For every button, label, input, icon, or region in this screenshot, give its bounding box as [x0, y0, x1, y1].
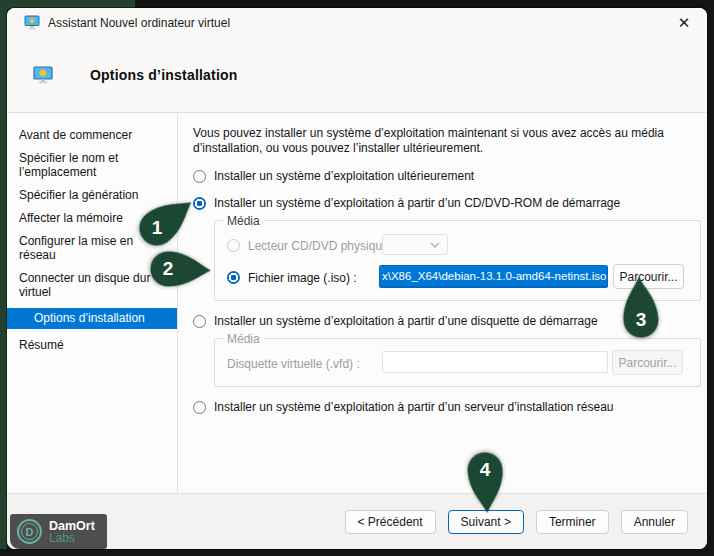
sidebar-item-options-installation: Options d’installation [7, 308, 177, 329]
physical-drive-row: Lecteur CD/DVD physique : [227, 234, 692, 257]
physical-drive-label: Lecteur CD/DVD physique : [248, 239, 395, 253]
desktop-background [0, 0, 7, 549]
sidebar-item-memoire: Affecter la mémoire [7, 211, 177, 225]
watermark-name: DamOrt [49, 520, 95, 532]
radio-disabled-icon [227, 239, 240, 252]
browse-iso-button[interactable]: Parcourir... [613, 264, 684, 289]
media-group-cd: Média Lecteur CD/DVD physique : Fichier … [214, 220, 701, 301]
iso-path-selected-text: x\X86_X64\debian-13.1.0-amd64-netinst.is… [380, 266, 608, 286]
sidebar-item-avant-de-commencer: Avant de commencer [7, 128, 177, 142]
sidebar-item-resume: Résumé [7, 338, 177, 352]
option-install-from-network[interactable]: Installer un système d’exploitation à pa… [193, 400, 701, 414]
close-icon[interactable]: ✕ [669, 10, 699, 36]
option-install-from-floppy[interactable]: Installer un système d’exploitation à pa… [193, 314, 701, 328]
option-label: Installer un système d’exploitation ulté… [214, 169, 474, 183]
browse-floppy-button: Parcourir... [612, 350, 683, 375]
media-group-label: Média [223, 214, 264, 228]
wizard-dialog: Assistant Nouvel ordinateur virtuel ✕ Op… [7, 8, 707, 549]
chevron-down-icon [430, 242, 440, 248]
floppy-label: Disquette virtuelle (.vfd) : [227, 357, 360, 371]
previous-button[interactable]: < Précédent [345, 510, 436, 534]
vm-page-icon [33, 66, 53, 84]
window-title: Assistant Nouvel ordinateur virtuel [48, 16, 230, 30]
radio-unselected-icon[interactable] [193, 315, 206, 328]
iso-path-input[interactable]: x\X86_X64\debian-13.1.0-amd64-netinst.is… [379, 265, 608, 288]
option-install-later[interactable]: Installer un système d’exploitation ulté… [193, 169, 701, 183]
sidebar-item-generation: Spécifier la génération [7, 188, 177, 202]
sidebar-item-disque-dur: Connecter un disque dur virtuel [7, 271, 177, 299]
image-file-label: Fichier image (.iso) : [248, 271, 357, 285]
sidebar-item-reseau: Configurer la mise en réseau [7, 234, 177, 262]
wizard-body: Avant de commencer Spécifier le nom et l… [7, 113, 707, 493]
finish-button[interactable]: Terminer [536, 510, 609, 534]
screen: Assistant Nouvel ordinateur virtuel ✕ Op… [0, 0, 714, 556]
option-label: Installer un système d’exploitation à pa… [214, 196, 620, 210]
image-file-row: Fichier image (.iso) : x\X86_X64\debian-… [227, 266, 692, 289]
title-bar: Assistant Nouvel ordinateur virtuel ✕ [7, 8, 707, 37]
floppy-row: Disquette virtuelle (.vfd) : Parcourir..… [227, 352, 692, 375]
page-content: Vous pouvez installer un système d’explo… [178, 113, 707, 493]
watermark-damort-labs: D DamOrt Labs [10, 514, 107, 549]
media-group-floppy: Média Disquette virtuelle (.vfd) : Parco… [214, 338, 701, 387]
sidebar-item-nom-emplacement: Spécifier le nom et l’emplacement [7, 151, 177, 179]
next-button[interactable]: Suivant > [448, 510, 524, 534]
wizard-header: Options d’installation [7, 37, 707, 112]
page-title: Options d’installation [90, 67, 238, 83]
damort-logo-icon: D [17, 519, 42, 544]
media-group-label: Média [223, 332, 264, 346]
radio-unselected-icon[interactable] [193, 401, 206, 414]
option-label: Installer un système d’exploitation à pa… [214, 314, 598, 328]
floppy-path-input [382, 351, 608, 373]
option-label: Installer un système d’exploitation à pa… [214, 400, 614, 414]
intro-text: Vous pouvez installer un système d’explo… [193, 126, 699, 156]
vm-window-icon [24, 15, 40, 30]
radio-selected-icon[interactable] [193, 197, 206, 210]
watermark-sub: Labs [49, 532, 95, 544]
physical-drive-select [382, 234, 448, 255]
radio-unselected-icon[interactable] [193, 170, 206, 183]
wizard-steps-sidebar: Avant de commencer Spécifier le nom et l… [7, 113, 178, 493]
wizard-footer: < Précédent Suivant > Terminer Annuler [7, 493, 707, 549]
option-install-from-cd[interactable]: Installer un système d’exploitation à pa… [193, 196, 701, 210]
radio-selected-icon[interactable] [227, 271, 240, 284]
cancel-button[interactable]: Annuler [621, 510, 688, 534]
